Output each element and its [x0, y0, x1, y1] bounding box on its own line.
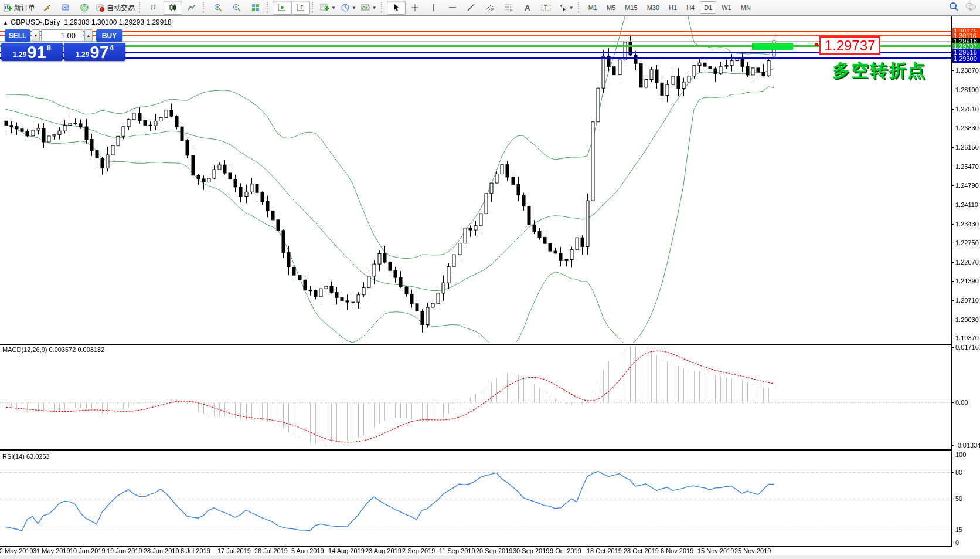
scale-label: 1.25470 — [955, 163, 979, 171]
resistance-line-1[interactable] — [0, 31, 951, 32]
annotation-note[interactable]: 多空转折点 — [832, 59, 926, 83]
scale-label: 1.20030 — [955, 316, 979, 324]
trendline-button[interactable] — [462, 1, 481, 15]
templates-button[interactable]: ▼ — [359, 1, 379, 15]
timeframe-w1-button[interactable]: W1 — [717, 1, 736, 14]
market-watch-button[interactable] — [56, 1, 75, 15]
timeframe-h4-button[interactable]: H4 — [682, 1, 699, 14]
new-order-button[interactable]: 新订单 — [1, 1, 38, 15]
indicators-button[interactable]: ▼ — [318, 1, 338, 15]
date-label: 23 Aug 2019 — [365, 547, 401, 554]
globe-icon — [80, 3, 89, 12]
crosshair-button[interactable] — [406, 1, 424, 15]
chart-shift-icon — [296, 3, 305, 12]
chart-canvas[interactable] — [0, 0, 980, 559]
time-axis[interactable]: 22 May 201931 May 201910 Jun 201919 Jun … — [0, 547, 980, 556]
chart-shift-button[interactable] — [291, 1, 310, 15]
price-scale[interactable]: 1.288701.281901.275101.268301.261501.254… — [952, 16, 980, 559]
timeframe-group: M1M5M15M30H1H4D1W1MN — [584, 1, 756, 14]
scale-label: -0.013348 — [955, 442, 980, 449]
date-label: 18 Oct 2019 — [587, 547, 622, 554]
auto-trading-icon — [96, 4, 105, 12]
chart-line-button[interactable] — [182, 1, 201, 15]
date-label: 10 Jun 2019 — [70, 547, 106, 554]
scale-label: 1.29300 — [952, 55, 980, 63]
toolbar-grip — [203, 2, 207, 13]
sell-button[interactable]: SELL — [5, 29, 30, 42]
compass-icon — [42, 3, 52, 12]
chart-candles-button[interactable] — [164, 1, 182, 15]
toolbar-grip — [381, 2, 385, 13]
buy-price-prefix: 1.29 — [76, 50, 89, 59]
pivot-line[interactable] — [0, 45, 951, 47]
ohlc-values: 1.29383 1.30100 1.29293 1.29918 — [64, 18, 172, 26]
auto-scroll-button[interactable] — [273, 1, 291, 15]
zoom-out-button[interactable] — [227, 1, 246, 15]
periods-button[interactable]: ▼ — [338, 1, 359, 15]
price-tag[interactable]: 1.29737 — [819, 36, 880, 55]
zoom-in-button[interactable] — [209, 1, 227, 15]
volume-increase-button[interactable]: ▲ — [84, 29, 93, 42]
fibonacci-button[interactable]: F — [499, 1, 518, 15]
collapse-triangle-icon[interactable]: ▲ — [3, 20, 8, 26]
horizontal-line-button[interactable] — [443, 1, 462, 15]
pane-separator[interactable] — [0, 449, 980, 450]
channel-button[interactable]: E — [481, 1, 499, 15]
timeframe-h1-button[interactable]: H1 — [665, 1, 681, 14]
date-label: 11 Sep 2019 — [439, 547, 475, 554]
timeframe-m5-button[interactable]: M5 — [603, 1, 620, 14]
arrows-button[interactable]: ▼ — [556, 1, 576, 15]
toolbar-grip — [267, 2, 271, 13]
timeframe-mn-button[interactable]: MN — [737, 1, 755, 14]
scale-label: 1.24110 — [955, 201, 978, 209]
buy-button[interactable]: BUY — [96, 29, 122, 42]
toolbar-grip — [312, 2, 316, 13]
date-label: 8 Jul 2019 — [181, 547, 210, 554]
cursor-button[interactable] — [387, 1, 406, 15]
compass-tool-button[interactable] — [38, 1, 56, 15]
equidistant-channel-icon: E — [485, 3, 495, 12]
volume-input[interactable]: 1.00 — [41, 29, 83, 42]
sell-price-sup: 8 — [47, 43, 51, 52]
svg-text:E: E — [491, 8, 494, 12]
timeframe-d1-button[interactable]: D1 — [700, 1, 716, 14]
sell-price-display[interactable]: 1.29 91 8 — [1, 43, 63, 61]
chart-bars-button[interactable] — [145, 1, 164, 15]
data-center-button[interactable] — [75, 1, 94, 15]
volume-decrease-button[interactable]: ▼ — [32, 29, 40, 42]
search-icon[interactable] — [948, 1, 959, 14]
bid-price-line[interactable] — [0, 41, 951, 42]
chat-icon[interactable] — [965, 1, 976, 14]
scale-label: 0 — [955, 539, 959, 547]
timeframe-m1-button[interactable]: M1 — [584, 1, 601, 14]
vertical-line-button[interactable] — [424, 1, 443, 15]
toolbar-grip — [139, 2, 143, 13]
scale-label: 1.22750 — [955, 239, 979, 247]
date-label: 31 May 2019 — [33, 547, 70, 554]
resistance-line-2[interactable] — [0, 35, 951, 36]
scale-label: 1.20710 — [955, 297, 979, 304]
date-label: 2 Sep 2019 — [402, 547, 435, 554]
pane-separator[interactable] — [0, 344, 980, 345]
price-tag-anchor — [815, 43, 818, 46]
auto-trading-button[interactable]: 自动交易 — [94, 1, 137, 15]
highlight-zone[interactable] — [752, 43, 793, 50]
arrows-icon — [558, 3, 567, 12]
candlestick-chart-icon — [168, 3, 178, 12]
buy-price-display[interactable]: 1.29 97 4 — [64, 43, 125, 61]
pane-separator[interactable] — [0, 343, 980, 343]
zoom-out-icon — [232, 3, 241, 12]
chart-area[interactable]: ▲GBPUSD-,Daily 1.29383 1.30100 1.29293 1… — [0, 16, 980, 559]
buy-price-sup: 4 — [110, 43, 114, 52]
scale-label: 1.28190 — [955, 86, 979, 94]
text-label-button[interactable]: T — [537, 1, 556, 15]
pane-separator[interactable] — [0, 450, 980, 451]
support-line-1[interactable] — [0, 52, 951, 53]
timeframe-m15-button[interactable]: M15 — [621, 1, 641, 14]
text-button[interactable]: A — [518, 1, 537, 15]
date-label: 20 Sep 2019 — [476, 547, 512, 554]
timeframe-m30-button[interactable]: M30 — [643, 1, 663, 14]
support-line-2[interactable] — [0, 57, 951, 59]
tile-windows-button[interactable] — [246, 1, 265, 15]
vertical-line-icon — [429, 3, 438, 12]
